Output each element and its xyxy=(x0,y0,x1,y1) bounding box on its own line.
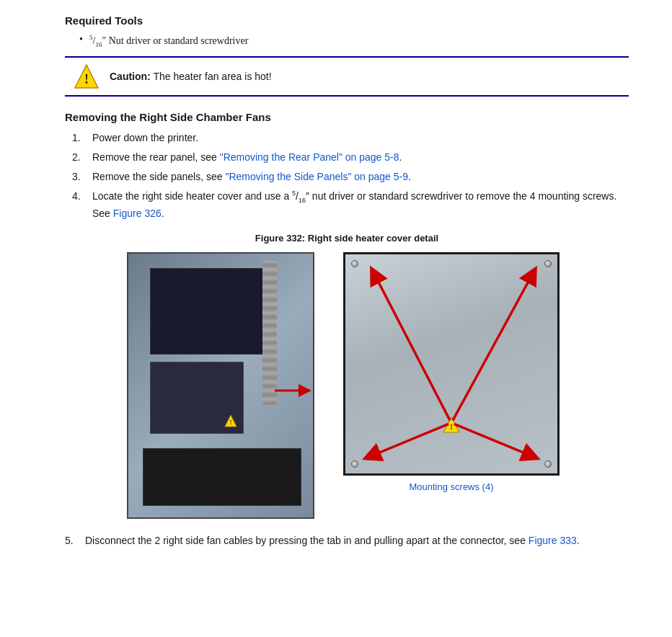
step-3-text: Remove the side panels, see "Removing th… xyxy=(92,169,629,184)
machine-panel-mid: ! xyxy=(150,362,244,434)
step-5-content: Disconnect the 2 right side fan cables b… xyxy=(85,533,580,548)
figure-right: ! xyxy=(336,252,567,492)
svg-line-9 xyxy=(372,270,450,420)
step-2-text: Remove the rear panel, see "Removing the… xyxy=(92,150,629,165)
machine-panel-top xyxy=(150,268,273,355)
figure-333-link[interactable]: Figure 333 xyxy=(529,535,577,546)
tool-item: 5/16″ Nut driver or standard screwdriver xyxy=(79,34,629,48)
figure-label: Figure 332: Right side heater cover deta… xyxy=(65,233,629,244)
tool-text: 5/16″ Nut driver or standard screwdriver xyxy=(89,35,248,46)
caution-text: Caution: The heater fan area is hot! xyxy=(110,71,272,82)
svg-text:!: ! xyxy=(230,419,232,426)
right-arrow-icon xyxy=(275,380,314,401)
caution-icon: ! xyxy=(74,63,100,89)
machine-photo: ! xyxy=(127,252,314,519)
rear-panel-link[interactable]: "Removing the Rear Panel" on page 5-8 xyxy=(220,151,399,163)
caution-label: Caution: xyxy=(110,71,151,82)
step-4: Locate the right side heater cover and u… xyxy=(72,189,629,220)
step-5-num: 5. xyxy=(65,533,85,548)
step-1: Power down the printer. xyxy=(72,130,629,146)
caution-message-text: The heater fan area is hot! xyxy=(153,71,271,82)
machine-interior: ! xyxy=(128,254,313,517)
steps-list: Power down the printer. Remove the rear … xyxy=(65,130,629,220)
mounting-screws-caption: Mounting screws (4) xyxy=(409,481,493,492)
required-tools-title: Required Tools xyxy=(65,14,629,27)
side-panels-link[interactable]: "Removing the Side Panels" on page 5-9 xyxy=(225,171,408,182)
warn-sticker-left: ! xyxy=(224,414,237,427)
step-5-text-after: . xyxy=(577,535,580,546)
figure-326-link[interactable]: Figure 326 xyxy=(113,208,162,219)
tools-list: 5/16″ Nut driver or standard screwdriver xyxy=(65,34,629,48)
step-2: Remove the rear panel, see "Removing the… xyxy=(72,150,629,165)
step-4-text: Locate the right side heater cover and u… xyxy=(92,189,629,220)
step-5-text-before: Disconnect the 2 right side fan cables b… xyxy=(85,535,529,546)
svg-line-12 xyxy=(454,424,536,458)
svg-line-11 xyxy=(366,424,448,458)
cover-panel: ! xyxy=(345,254,557,473)
step-1-text: Power down the printer. xyxy=(92,130,629,146)
caution-box: ! Caution: The heater fan area is hot! xyxy=(65,56,629,97)
machine-panel-bottom xyxy=(143,448,301,506)
section2-title: Removing the Right Side Chamber Fans xyxy=(65,111,629,123)
step-3: Remove the side panels, see "Removing th… xyxy=(72,169,629,184)
step-5: 5. Disconnect the 2 right side fan cable… xyxy=(65,533,629,548)
svg-text:!: ! xyxy=(84,72,89,86)
figure-container: ! xyxy=(65,252,629,519)
cover-photo: ! xyxy=(343,252,560,476)
cover-arrows xyxy=(345,254,557,473)
figure-left: ! xyxy=(127,252,314,519)
svg-line-10 xyxy=(453,270,535,420)
